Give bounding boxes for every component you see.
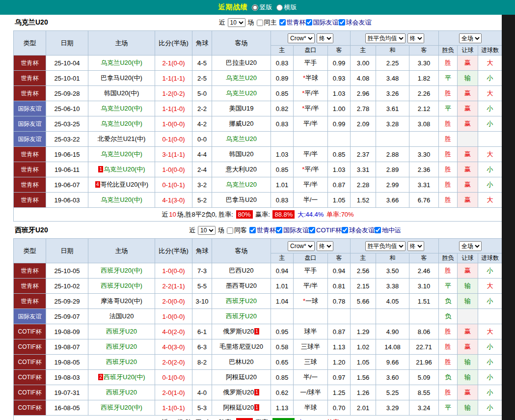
home-team-name[interactable]: 西班牙U20(中) [101,267,142,274]
same-venue-checkbox[interactable] [227,227,233,234]
home-team-name[interactable]: 西班牙U20(中) [101,282,142,289]
home-team-cell[interactable]: 乌克兰U20(中) [88,147,155,162]
away-team-name[interactable]: 巴拉圭U20 [226,59,257,66]
away-team-name[interactable]: 乌克兰U20 [226,135,257,142]
away-team-name[interactable]: 巴拿马U20 [226,196,257,203]
away-team-cell[interactable]: 乌克兰U20 [212,71,271,86]
away-team-name[interactable]: 乌克兰U20 [226,181,257,188]
score[interactable]: 1-1(1-0) [155,101,192,116]
score[interactable]: 2-0(0-0) [155,294,192,309]
away-team-cell[interactable]: 挪威U20 [212,116,271,132]
away-team-cell[interactable]: 毛里塔尼亚U20 [212,339,271,355]
score[interactable]: 4-0(2-0) [155,324,192,339]
away-team-name[interactable]: 乌克兰U20 [226,74,257,82]
home-team-name[interactable]: 摩洛哥U20(中) [101,297,142,305]
home-team-name[interactable]: 巴拿马U20(中) [101,74,142,82]
home-team-cell[interactable]: 西班牙U20(中) [88,400,155,416]
home-team-name[interactable]: 西班牙U20(中) [104,373,145,381]
home-team-cell[interactable]: 北爱尔兰U21(中) [88,132,155,147]
same-venue-filter[interactable]: 同客 [227,226,247,235]
layout-option-vertical[interactable]: 竖版 [252,3,272,12]
europe-period-select[interactable]: 终 [407,33,424,43]
away-team-cell[interactable]: 巴西U20 [212,263,271,279]
away-team-name[interactable]: 意大利U20 [226,166,257,173]
home-team-name[interactable]: 韩国U20(中) [104,89,139,97]
away-team-cell[interactable]: 阿根廷U20 [212,370,271,385]
layout-option-horizontal[interactable]: 横版 [276,3,297,12]
away-team-cell[interactable]: 墨西哥U20 [212,279,271,294]
home-team-name[interactable]: 西班牙U20 [106,328,137,335]
away-team-name[interactable]: 挪威U20 [229,120,254,127]
competition-checkbox[interactable] [276,227,282,233]
home-team-name[interactable]: 乌克兰U20(中) [101,120,142,127]
score[interactable]: 0-1(0-1) [155,177,192,193]
score[interactable]: 0-1(0-0) [155,370,192,385]
home-team-cell[interactable]: 巴拿马U20(中) [88,71,155,86]
home-team-name[interactable]: 北爱尔兰U21(中) [98,135,146,142]
odds-period-select[interactable]: 终 [317,33,333,43]
away-team-name[interactable]: 巴西U20 [229,267,254,274]
away-team-name[interactable]: 阿根廷U20 [223,404,254,411]
same-venue-filter[interactable]: 同主 [257,18,277,27]
away-team-cell[interactable]: 西班牙U20 [212,294,271,309]
competition-checkbox[interactable] [375,227,381,233]
competition-filter[interactable]: 地中运 [375,226,401,235]
home-team-cell[interactable]: 西班牙U20 [88,355,155,370]
home-team-cell[interactable]: 2西班牙U20(中) [88,370,155,385]
europe-period-select[interactable]: 终 [407,241,424,251]
match-count-select[interactable]: 10 [198,226,216,235]
home-team-cell[interactable]: 西班牙U20 [88,339,155,355]
europe-odds-select[interactable]: 胜平负均值 [365,33,406,43]
score[interactable]: 1-1(1-1) [155,71,192,86]
home-team-name[interactable]: 哥伦比亚U20(中) [101,181,149,188]
away-team-cell[interactable]: 巴拿马U20 [212,193,271,208]
score[interactable]: 1-2(0-2) [155,86,192,101]
competition-checkbox[interactable] [339,19,345,26]
competition-filter[interactable]: COTIF杯 [309,226,342,235]
score[interactable]: 2-1(0-0) [155,56,192,71]
score[interactable]: 1-0(0-0) [155,162,192,177]
score[interactable]: 2-0(1-0) [155,385,192,400]
score[interactable]: 1-1(0-1) [155,400,192,416]
home-team-name[interactable]: 乌克兰U20(中) [104,166,145,173]
home-team-cell[interactable]: 西班牙U20 [88,324,155,339]
home-team-cell[interactable]: 1乌克兰U20(中) [88,162,155,177]
away-team-name[interactable]: 美国U19 [229,105,254,112]
away-team-cell[interactable]: 乌克兰U20 [212,86,271,101]
home-team-name[interactable]: 乌克兰U20(中) [101,59,142,66]
away-team-cell[interactable]: 乌克兰U20 [212,132,271,147]
away-team-cell[interactable]: 巴林U20 [212,355,271,370]
competition-checkbox[interactable] [342,227,348,233]
competition-filter[interactable]: 国际友谊 [276,226,309,235]
away-team-name[interactable]: 俄罗斯U20 [223,389,254,396]
odds-company-select[interactable]: Crow* [288,33,315,43]
home-team-cell[interactable]: 韩国U20(中) [88,86,155,101]
home-team-name[interactable]: 法国U20 [109,312,134,320]
home-team-cell[interactable]: 乌克兰U20(中) [88,101,155,116]
home-team-cell[interactable]: 摩洛哥U20(中) [88,294,155,309]
home-team-name[interactable]: 乌克兰U20(中) [101,196,142,203]
away-team-name[interactable]: 墨西哥U20 [226,282,257,289]
score[interactable]: 2-2(1-1) [155,279,192,294]
away-team-cell[interactable]: 意大利U20 [212,162,271,177]
odds-company-select[interactable]: Crow* [288,241,315,251]
away-team-name[interactable]: 阿根廷U20 [226,373,257,381]
competition-checkbox[interactable] [279,19,286,26]
away-team-cell[interactable]: 乌克兰U20 [212,177,271,193]
home-team-name[interactable]: 西班牙U20(中) [101,404,142,411]
competition-filter[interactable]: 世青杯 [279,18,306,27]
away-team-cell[interactable]: 阿根廷U201 [212,400,271,416]
score[interactable]: 4-1(3-0) [155,193,192,208]
competition-filter[interactable]: 球会友谊 [342,226,375,235]
competition-checkbox[interactable] [309,227,315,233]
vertical-layout-radio[interactable] [252,4,258,11]
away-team-name[interactable]: 西班牙U20 [226,297,257,305]
match-count-select[interactable]: 10 [228,18,245,27]
home-team-name[interactable]: 乌克兰U20(中) [101,105,142,112]
competition-checkbox[interactable] [306,19,312,26]
away-team-cell[interactable]: 俄罗斯U201 [212,324,271,339]
horizontal-layout-radio[interactable] [276,4,283,11]
away-team-name[interactable]: 俄罗斯U20 [223,328,254,335]
home-team-name[interactable]: 西班牙U20 [106,343,137,350]
away-team-name[interactable]: 西班牙U20 [226,312,257,320]
